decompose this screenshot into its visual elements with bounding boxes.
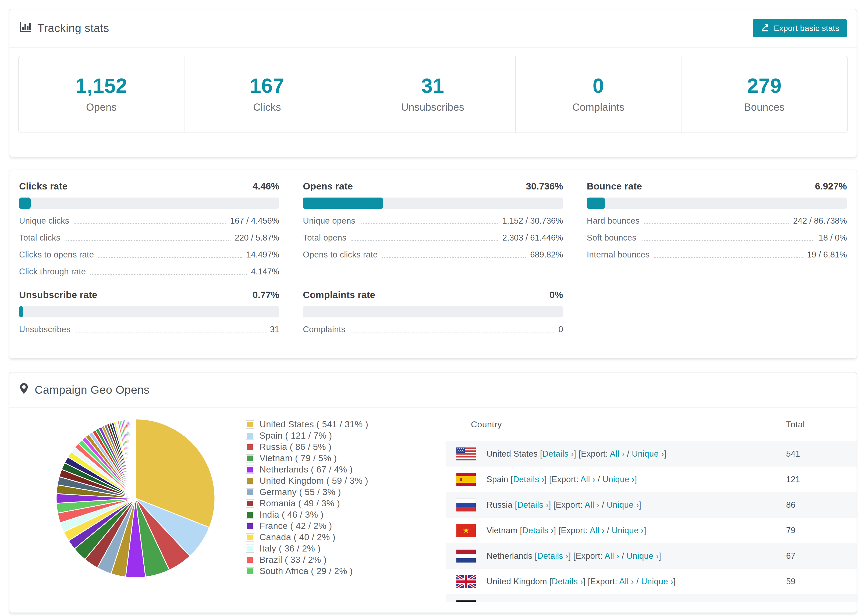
- export-unique-link[interactable]: Unique ›: [627, 551, 659, 561]
- legend-label: South Africa ( 29 / 2% ): [260, 566, 353, 576]
- export-all-link[interactable]: All ›: [590, 526, 605, 535]
- opens-rate-value: 30.736%: [526, 181, 563, 192]
- legend-label: United States ( 541 / 31% ): [260, 419, 368, 429]
- unsubscribe-rate-value: 0.77%: [252, 289, 279, 300]
- united-kingdom-flag-icon: [457, 575, 476, 588]
- rate-row: Soft bounces18 / 0%: [587, 233, 847, 243]
- stat-bounces-label: Bounces: [682, 102, 847, 113]
- legend-swatch: [246, 443, 254, 451]
- export-all-link[interactable]: All ›: [580, 475, 595, 484]
- geo-table-header: Country Total: [446, 408, 857, 441]
- russia-flag-icon: [457, 498, 476, 511]
- export-unique-link[interactable]: Unique ›: [607, 500, 639, 509]
- stat-unsubscribes-value: 31: [350, 74, 515, 97]
- export-unique-link[interactable]: Unique ›: [602, 475, 635, 484]
- export-all-link[interactable]: All ›: [605, 551, 619, 561]
- details-link[interactable]: Details ›: [522, 526, 553, 535]
- details-link[interactable]: Details ›: [513, 475, 544, 484]
- table-row-united-states: United States [Details ›] [Export: All ›…: [446, 441, 857, 467]
- bar-chart-icon: [19, 21, 31, 36]
- complaints-rate-progressbar: [303, 306, 563, 317]
- pie-slice: [135, 419, 135, 498]
- export-unique-link[interactable]: Unique ›: [612, 526, 644, 535]
- unsubscribe-rate-block: Unsubscribe rate 0.77% Unsubscribes31: [19, 289, 279, 334]
- legend-item: India ( 46 / 3% ): [246, 509, 368, 520]
- legend-label: Vietnam ( 79 / 5% ): [260, 453, 337, 464]
- total-column-header: Total: [786, 420, 846, 429]
- legend-swatch: [246, 421, 254, 428]
- netherlands-flag-icon: [457, 550, 476, 563]
- total-value: 59: [786, 577, 846, 586]
- legend-label: Spain ( 121 / 7% ): [260, 431, 332, 441]
- legend-swatch: [246, 500, 254, 507]
- legend-label: United Kingdom ( 59 / 3% ): [260, 476, 368, 486]
- rate-row: Click through rate4.147%: [19, 267, 279, 277]
- stat-bounces: 279 Bounces: [682, 56, 847, 132]
- spain-flag-icon: [457, 473, 476, 486]
- stat-clicks-value: 167: [184, 74, 350, 97]
- stat-complaints-label: Complaints: [516, 102, 681, 113]
- geo-header: Campaign Geo Opens: [9, 372, 857, 408]
- unsubscribe-rate-title: Unsubscribe rate: [19, 289, 98, 300]
- legend-label: Germany ( 55 / 3% ): [260, 487, 341, 497]
- legend-item: United States ( 541 / 31% ): [246, 419, 368, 430]
- legend-label: India ( 46 / 3% ): [260, 509, 324, 520]
- table-row-partial: [446, 594, 857, 602]
- clicks-rate-block: Clicks rate 4.46% Unique clicks167 / 4.4…: [19, 181, 279, 277]
- export-icon: [760, 23, 770, 34]
- empty-cell: [587, 289, 847, 334]
- rate-row: Internal bounces19 / 6.81%: [587, 250, 847, 259]
- export-all-link[interactable]: All ›: [585, 500, 600, 509]
- export-all-link[interactable]: All ›: [619, 577, 634, 586]
- legend-label: Canada ( 40 / 2% ): [260, 532, 335, 542]
- clicks-rate-value: 4.46%: [252, 181, 279, 192]
- complaints-rate-title: Complaints rate: [303, 289, 375, 300]
- bounce-rate-block: Bounce rate 6.927% Hard bounces242 / 86.…: [587, 181, 847, 277]
- export-unique-link[interactable]: Unique ›: [641, 577, 674, 586]
- legend-item: Canada ( 40 / 2% ): [246, 532, 368, 543]
- legend-label: Italy ( 36 / 2% ): [260, 544, 321, 554]
- geo-table: Country Total: [446, 408, 857, 602]
- tracking-stats-title: Tracking stats: [38, 22, 109, 35]
- legend-swatch: [246, 556, 254, 564]
- details-link[interactable]: Details ›: [537, 551, 568, 561]
- bounce-rate-progressbar: [587, 198, 847, 209]
- total-value: 86: [786, 500, 846, 510]
- rate-row: Unsubscribes31: [19, 325, 279, 334]
- table-row-vietnam: Vietnam [Details ›] [Export: All › / Uni…: [446, 518, 857, 543]
- legend-item: Netherlands ( 67 / 4% ): [246, 464, 368, 475]
- total-value: 541: [786, 449, 846, 459]
- details-link[interactable]: Details ›: [552, 577, 583, 586]
- export-all-link[interactable]: All ›: [610, 449, 625, 459]
- map-marker-icon: [19, 382, 29, 398]
- export-unique-link[interactable]: Unique ›: [632, 449, 664, 459]
- total-value: 67: [786, 551, 846, 561]
- geo-title: Campaign Geo Opens: [35, 383, 150, 396]
- tracking-stats-card: Tracking stats Export basic stats 1,152 …: [9, 9, 857, 157]
- legend-label: Romania ( 49 / 3% ): [260, 498, 340, 509]
- tracking-stats-header: Tracking stats Export basic stats: [9, 9, 857, 47]
- rate-row: Opens to clicks rate689.82%: [303, 250, 563, 259]
- stat-opens-value: 1,152: [19, 74, 184, 97]
- legend-swatch: [246, 511, 254, 519]
- rate-row: Unique clicks167 / 4.456%: [19, 216, 279, 226]
- legend-label: France ( 42 / 2% ): [260, 521, 332, 531]
- geo-pie-chart: [54, 417, 217, 580]
- germany-flag-icon: [457, 600, 476, 602]
- details-link[interactable]: Details ›: [542, 449, 574, 459]
- export-basic-stats-button[interactable]: Export basic stats: [753, 19, 847, 37]
- geo-legend: United States ( 541 / 31% )Spain ( 121 /…: [246, 419, 368, 577]
- page-title: Tracking stats: [19, 21, 109, 36]
- stats-strip: 1,152 Opens 167 Clicks 31 Unsubscribes 0…: [18, 56, 848, 133]
- rate-row: Unique opens1,152 / 30.736%: [303, 216, 563, 226]
- legend-label: Russia ( 86 / 5% ): [260, 442, 332, 452]
- legend-item: Russia ( 86 / 5% ): [246, 441, 368, 453]
- legend-swatch: [246, 489, 254, 496]
- unsubscribe-rate-progressbar: [19, 306, 279, 317]
- details-link[interactable]: Details ›: [517, 500, 548, 509]
- stat-bounces-value: 279: [682, 74, 847, 97]
- rate-row: Complaints0: [303, 325, 563, 334]
- stat-complaints: 0 Complaints: [516, 56, 682, 132]
- bounce-rate-title: Bounce rate: [587, 181, 642, 192]
- country-column-header: Country: [471, 420, 786, 429]
